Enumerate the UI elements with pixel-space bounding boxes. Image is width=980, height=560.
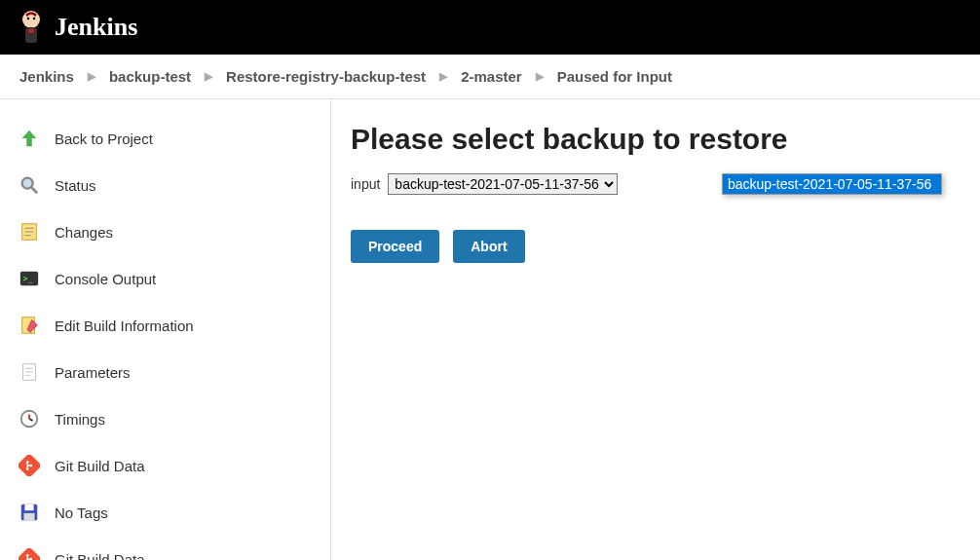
save-icon <box>18 501 41 524</box>
breadcrumb-restore-registry[interactable]: Restore-registry-backup-test <box>226 68 426 85</box>
breadcrumb: Jenkins ▶ backup-test ▶ Restore-registry… <box>0 55 980 99</box>
notepad-icon <box>18 220 41 243</box>
sidebar-item-console-output[interactable]: >_ Console Output <box>8 255 322 302</box>
sidebar: Back to Project Status Changes >_ Consol… <box>0 99 331 560</box>
svg-line-6 <box>32 188 38 194</box>
sidebar-item-label: Git Build Data <box>55 458 145 474</box>
page-title: Please select backup to restore <box>351 123 961 156</box>
main-content: Please select backup to restore input ba… <box>331 99 980 560</box>
breadcrumb-2-master[interactable]: 2-master <box>461 68 522 85</box>
svg-rect-29 <box>24 513 35 520</box>
arrow-up-icon <box>18 127 41 150</box>
sidebar-item-label: Console Output <box>55 271 156 287</box>
edit-icon <box>18 314 41 337</box>
dropdown-option[interactable]: backup-test-2021-07-05-11-37-56 <box>723 174 941 194</box>
brand-text: Jenkins <box>55 13 137 42</box>
chevron-right-icon: ▶ <box>439 70 447 83</box>
sidebar-item-label: Changes <box>55 224 113 241</box>
logo[interactable]: Jenkins <box>16 8 137 47</box>
chevron-right-icon: ▶ <box>536 70 544 83</box>
jenkins-logo-icon <box>16 8 47 47</box>
svg-rect-4 <box>28 29 34 33</box>
sidebar-item-git-build-data-2[interactable]: Git Build Data <box>8 536 322 560</box>
search-icon <box>18 173 41 197</box>
sidebar-item-back-to-project[interactable]: Back to Project <box>8 115 322 162</box>
chevron-right-icon: ▶ <box>88 70 95 83</box>
sidebar-item-status[interactable]: Status <box>8 162 322 208</box>
abort-button[interactable]: Abort <box>453 230 524 263</box>
sidebar-item-label: Git Build Data <box>55 551 145 561</box>
dropdown-popup: backup-test-2021-07-05-11-37-56 <box>722 173 942 195</box>
button-row: Proceed Abort <box>351 230 961 263</box>
sidebar-item-no-tags[interactable]: No Tags <box>8 489 322 536</box>
sidebar-item-label: No Tags <box>55 504 108 521</box>
sidebar-item-label: Edit Build Information <box>55 317 194 334</box>
sidebar-item-parameters[interactable]: Parameters <box>8 349 322 395</box>
svg-point-2 <box>27 18 29 19</box>
svg-text:>_: >_ <box>23 274 33 283</box>
header: Jenkins <box>0 0 980 55</box>
sidebar-item-changes[interactable]: Changes <box>8 208 322 255</box>
breadcrumb-paused[interactable]: Paused for Input <box>557 68 672 85</box>
git-icon <box>18 454 41 477</box>
input-label: input <box>351 176 380 192</box>
sidebar-item-git-build-data[interactable]: Git Build Data <box>8 442 322 489</box>
document-icon <box>18 360 41 384</box>
sidebar-item-edit-build-info[interactable]: Edit Build Information <box>8 302 322 349</box>
proceed-button[interactable]: Proceed <box>351 230 439 263</box>
svg-point-3 <box>33 18 35 19</box>
svg-rect-28 <box>24 504 33 510</box>
chevron-right-icon: ▶ <box>205 70 212 83</box>
sidebar-item-label: Back to Project <box>55 131 153 147</box>
clock-icon <box>18 407 41 430</box>
sidebar-item-label: Timings <box>55 411 105 428</box>
svg-point-5 <box>22 178 33 189</box>
sidebar-item-label: Status <box>55 177 96 194</box>
breadcrumb-jenkins[interactable]: Jenkins <box>19 68 74 85</box>
sidebar-item-timings[interactable]: Timings <box>8 395 322 442</box>
git-icon <box>18 547 41 560</box>
svg-rect-30 <box>19 548 40 560</box>
terminal-icon: >_ <box>18 267 41 290</box>
backup-select[interactable]: backup-test-2021-07-05-11-37-56 <box>388 173 618 195</box>
breadcrumb-backup-test[interactable]: backup-test <box>109 68 191 85</box>
sidebar-item-label: Parameters <box>55 364 131 381</box>
